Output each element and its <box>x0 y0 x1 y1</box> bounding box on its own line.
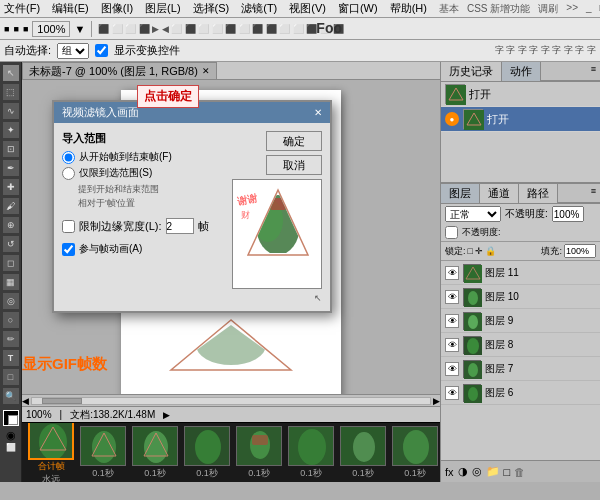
layer-item-10[interactable]: 👁 图层 10 <box>441 285 600 309</box>
layer-new-icon[interactable]: □ <box>504 466 511 478</box>
menu-image[interactable]: 图像(I) <box>101 1 133 16</box>
layers-panel-menu[interactable]: ≡ <box>587 184 600 203</box>
eraser-tool[interactable]: ◻ <box>2 254 20 272</box>
scroll-right-btn[interactable]: ▶ <box>433 396 440 406</box>
menu-file[interactable]: 文件(F) <box>4 1 40 16</box>
lock-icon-all[interactable]: 🔒 <box>485 246 496 256</box>
workspace-adjust[interactable]: 调刷 <box>538 2 558 16</box>
film-thumb-5[interactable] <box>236 426 282 466</box>
tab-channels[interactable]: 通道 <box>480 184 519 203</box>
layer-visibility-11[interactable]: 👁 <box>445 266 459 280</box>
show-transform-check[interactable] <box>95 44 108 57</box>
clone-tool[interactable]: ⊕ <box>2 216 20 234</box>
blend-mode-select[interactable]: 正常 <box>445 206 501 222</box>
film-item-first[interactable]: 合计帧 水远 <box>26 422 76 482</box>
layer-item-7[interactable]: 👁 图层 7 <box>441 357 600 381</box>
limit-checkbox[interactable] <box>62 220 75 233</box>
menu-help[interactable]: 帮助(H) <box>390 1 427 16</box>
status-arrow[interactable]: ▶ <box>163 410 170 420</box>
history-item-2[interactable]: ● 打开 <box>441 107 600 132</box>
tab-close-icon[interactable]: ✕ <box>202 66 210 76</box>
tool-btn[interactable]: ■ <box>23 24 28 34</box>
layer-mask-icon[interactable]: ◑ <box>458 465 468 478</box>
tab-paths[interactable]: 路径 <box>519 184 558 203</box>
heal-tool[interactable]: ✚ <box>2 178 20 196</box>
lock-icon-pos[interactable]: □ <box>468 246 473 256</box>
layer-item-11[interactable]: 👁 图层 11 <box>441 261 600 285</box>
preserve-transparency-check[interactable] <box>445 226 458 239</box>
layer-visibility-7[interactable]: 👁 <box>445 362 459 376</box>
film-item-5[interactable]: 0.1秒 <box>234 426 284 480</box>
brush-tool[interactable]: 🖌 <box>2 197 20 215</box>
film-thumb-7[interactable] <box>340 426 386 466</box>
layer-adjust-icon[interactable]: ◎ <box>472 465 482 478</box>
dodge-tool[interactable]: ○ <box>2 311 20 329</box>
minimize-icon[interactable]: _ <box>586 2 592 16</box>
film-thumb-8[interactable] <box>392 426 438 466</box>
apply-action-check[interactable] <box>62 243 75 256</box>
opacity-input[interactable] <box>552 206 584 222</box>
gradient-tool[interactable]: ▦ <box>2 273 20 291</box>
film-item-6[interactable]: 0.1秒 <box>286 426 336 480</box>
foreground-color[interactable] <box>3 410 19 426</box>
layer-group-icon[interactable]: 📁 <box>486 465 500 478</box>
tab-history[interactable]: 历史记录 <box>441 62 502 81</box>
panel-menu-icon[interactable]: ≡ <box>587 62 600 81</box>
layer-delete-icon[interactable]: 🗑 <box>514 466 525 478</box>
menu-layer[interactable]: 图层(L) <box>145 1 180 16</box>
film-item-2[interactable]: 0.1秒 <box>78 426 128 480</box>
film-item-4[interactable]: 0.1秒 <box>182 426 232 480</box>
quick-mask[interactable]: ◉ <box>6 429 16 442</box>
scroll-left-btn[interactable]: ◀ <box>22 396 29 406</box>
move-tool[interactable]: ↖ <box>2 64 20 82</box>
layer-item-8[interactable]: 👁 图层 8 <box>441 333 600 357</box>
layer-visibility-6[interactable]: 👁 <box>445 386 459 400</box>
workspace-arrow[interactable]: >> <box>566 2 578 16</box>
layer-visibility-8[interactable]: 👁 <box>445 338 459 352</box>
menu-window[interactable]: 窗口(W) <box>338 1 378 16</box>
film-thumb-3[interactable] <box>132 426 178 466</box>
film-thumb-6[interactable] <box>288 426 334 466</box>
tab-actions[interactable]: 动作 <box>502 62 541 81</box>
document-tab[interactable]: 未标题-7 @ 100% (图层 1, RGB/8) ✕ <box>22 62 217 79</box>
film-item-7[interactable]: 0.1秒 <box>338 426 388 480</box>
radio-all-frames[interactable]: 从开始帧到结束帧(F) <box>62 150 224 164</box>
screen-mode[interactable]: ⬜ <box>6 443 16 452</box>
horizontal-scrollbar[interactable]: ◀ ▶ <box>22 394 440 406</box>
menu-filter[interactable]: 滤镜(T) <box>241 1 277 16</box>
ok-button[interactable]: 确定 <box>266 131 322 151</box>
eyedropper-tool[interactable]: ✒ <box>2 159 20 177</box>
layer-visibility-9[interactable]: 👁 <box>445 314 459 328</box>
workspace-css[interactable]: CSS 新增功能 <box>467 2 530 16</box>
tab-layers[interactable]: 图层 <box>441 184 480 203</box>
workspace-basic[interactable]: 基本 <box>439 2 459 16</box>
film-item-3[interactable]: 0.1秒 <box>130 426 180 480</box>
lasso-tool[interactable]: ∿ <box>2 102 20 120</box>
dialog-close-icon[interactable]: ✕ <box>314 107 322 118</box>
layer-visibility-10[interactable]: 👁 <box>445 290 459 304</box>
blur-tool[interactable]: ◎ <box>2 292 20 310</box>
radio-selected[interactable]: 仅限到选范围(S) <box>62 166 224 180</box>
zoom-display[interactable]: 100% <box>32 21 70 37</box>
text-tool[interactable]: T <box>2 349 20 367</box>
tool-btn[interactable]: ■ <box>4 24 9 34</box>
history-brush[interactable]: ↺ <box>2 235 20 253</box>
scrollbar-track[interactable] <box>31 397 431 405</box>
film-thumb-2[interactable] <box>80 426 126 466</box>
canvas-scroll[interactable]: 点击确定 视频滤镜入画面 ✕ 导入范围 <box>22 80 440 394</box>
layer-fx-icon[interactable]: fx <box>445 466 454 478</box>
auto-select-dropdown[interactable]: 组 <box>57 43 89 59</box>
layer-item-6[interactable]: 👁 图层 6 <box>441 381 600 405</box>
crop-tool[interactable]: ⊡ <box>2 140 20 158</box>
magic-wand-tool[interactable]: ✦ <box>2 121 20 139</box>
tool-arrow[interactable]: ▼ <box>74 23 85 35</box>
pen-tool[interactable]: ✏ <box>2 330 20 348</box>
menu-view[interactable]: 视图(V) <box>289 1 326 16</box>
film-thumb-4[interactable] <box>184 426 230 466</box>
history-item-1[interactable]: 打开 <box>441 82 600 107</box>
cancel-button[interactable]: 取消 <box>266 155 322 175</box>
film-item-8[interactable]: 0.1秒 <box>390 426 440 480</box>
layer-item-9[interactable]: 👁 图层 9 <box>441 309 600 333</box>
limit-value-input[interactable] <box>166 218 194 234</box>
apply-action-item[interactable]: 参与帧动画(A) <box>62 242 224 256</box>
